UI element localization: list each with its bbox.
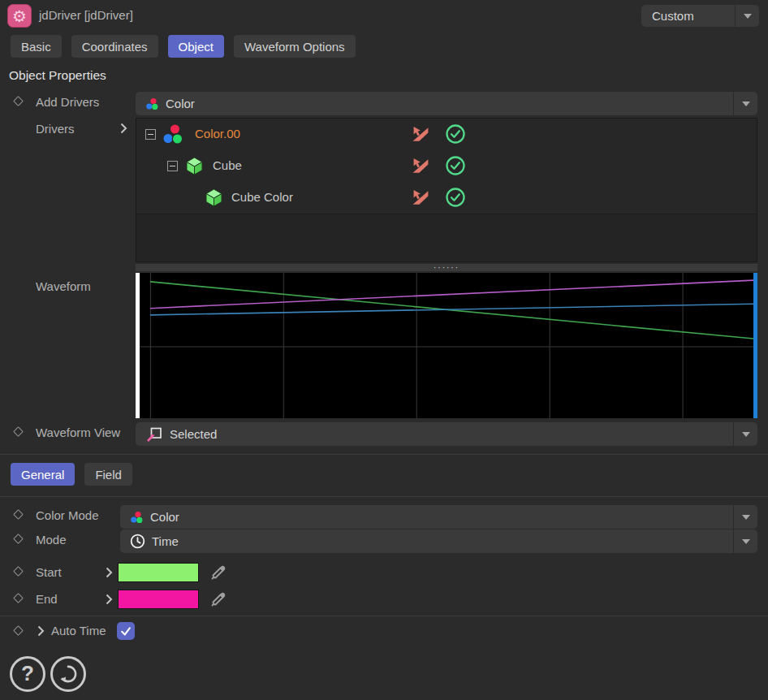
window-title: jdDriver [jdDriver] [39,8,133,22]
gear-icon: ⚙ [7,4,32,28]
chevron-down-icon[interactable] [733,422,757,446]
waveform-label: Waveform [36,279,91,293]
divider [0,496,768,497]
eyedropper-icon[interactable] [209,562,227,581]
keyframe-diamond-icon[interactable] [13,625,24,636]
start-label: Start [36,565,62,579]
end-label: End [36,592,58,606]
waveform-plot [136,273,757,418]
splitter-handle[interactable]: ······ [136,264,757,271]
drivers-tree: Color.00 Cube [136,118,757,262]
keyframe-diamond-icon[interactable] [13,96,24,106]
rgb-dots-icon [145,97,159,110]
divider [0,454,768,455]
selection-icon [145,426,163,443]
add-drivers-dropdown[interactable]: Color [136,92,757,115]
keyframe-diamond-icon[interactable] [13,509,24,520]
tree-item-label[interactable]: Cube Color [231,190,293,204]
drag-dots-icon: ······ [434,266,460,270]
collapse-icon[interactable] [145,129,156,140]
playhead-end-bar[interactable] [753,273,757,418]
enabled-check-icon[interactable] [445,123,466,145]
enabled-check-icon[interactable] [445,187,466,208]
tab-field[interactable]: Field [84,463,132,486]
general-tab-bar: General Field [11,463,142,486]
chevron-right-icon[interactable] [37,625,45,637]
help-icon: ? [21,661,34,686]
reset-button[interactable] [50,656,86,692]
tab-object[interactable]: Object [168,35,224,58]
chevron-down-icon[interactable] [733,529,757,553]
mode-label: Mode [36,533,67,547]
enabled-check-icon[interactable] [445,155,466,176]
waveform-view-label: Waveform View [36,426,120,439]
chevron-right-icon[interactable] [120,123,127,134]
add-drivers-label: Add Drivers [36,95,99,109]
chevron-right-icon[interactable] [106,567,113,578]
auto-time-label: Auto Time [51,624,106,637]
chevron-down-icon[interactable] [735,5,759,27]
tree-item-label[interactable]: Color.00 [195,127,240,140]
chevron-down-icon[interactable] [733,505,757,529]
tab-waveform-options[interactable]: Waveform Options [234,35,356,58]
collapse-icon[interactable] [167,161,178,171]
tab-coordinates[interactable]: Coordinates [71,35,158,58]
keyframe-diamond-icon[interactable] [13,534,24,544]
end-color-swatch[interactable] [118,590,199,609]
no-selection-icon[interactable] [411,125,432,144]
tree-row-color00[interactable]: Color.00 [136,119,757,151]
preset-dropdown[interactable]: Custom [641,5,759,27]
section-title: Object Properties [9,68,106,83]
reset-icon [57,663,80,685]
add-drivers-value: Color [166,97,195,110]
check-icon [119,624,132,637]
tree-row-cube[interactable]: Cube [136,150,757,183]
tree-row-cube-color[interactable]: Cube Color [136,182,757,214]
waveform-view-dropdown[interactable]: Selected [136,422,757,446]
rgb-dots-icon [130,511,144,524]
no-selection-icon[interactable] [411,188,432,207]
mode-value: Time [152,534,179,548]
clock-icon [130,534,145,549]
mode-dropdown[interactable]: Time [120,529,757,553]
help-button[interactable]: ? [10,656,45,692]
eyedropper-icon[interactable] [209,589,227,608]
waveform-view[interactable] [136,273,757,418]
divider [0,616,768,616]
tab-basic[interactable]: Basic [11,35,62,58]
cube-icon [184,156,205,176]
rgb-dots-icon [162,123,183,145]
color-mode-dropdown[interactable]: Color [120,505,757,529]
keyframe-diamond-icon[interactable] [13,593,24,603]
chevron-down-icon[interactable] [733,92,757,115]
start-color-swatch[interactable] [118,563,199,582]
chevron-right-icon[interactable] [106,594,113,605]
color-mode-value: Color [150,510,179,524]
no-selection-icon[interactable] [411,157,432,175]
tree-item-label[interactable]: Cube [213,158,242,172]
color-mode-label: Color Mode [36,508,99,522]
drivers-label: Drivers [36,122,75,136]
tab-bar: Basic Coordinates Object Waveform Option… [11,35,365,58]
keyframe-diamond-icon[interactable] [13,426,24,437]
cube-icon [204,188,224,208]
preset-value: Custom [652,9,694,23]
jddriver-attribute-panel: ⚙ jdDriver [jdDriver] Custom Basic Coord… [0,0,768,700]
keyframe-diamond-icon[interactable] [13,566,24,577]
waveform-view-value: Selected [170,427,217,441]
playhead-start-bar[interactable] [136,273,140,418]
tab-general[interactable]: General [11,463,75,486]
auto-time-checkbox[interactable] [117,622,135,640]
